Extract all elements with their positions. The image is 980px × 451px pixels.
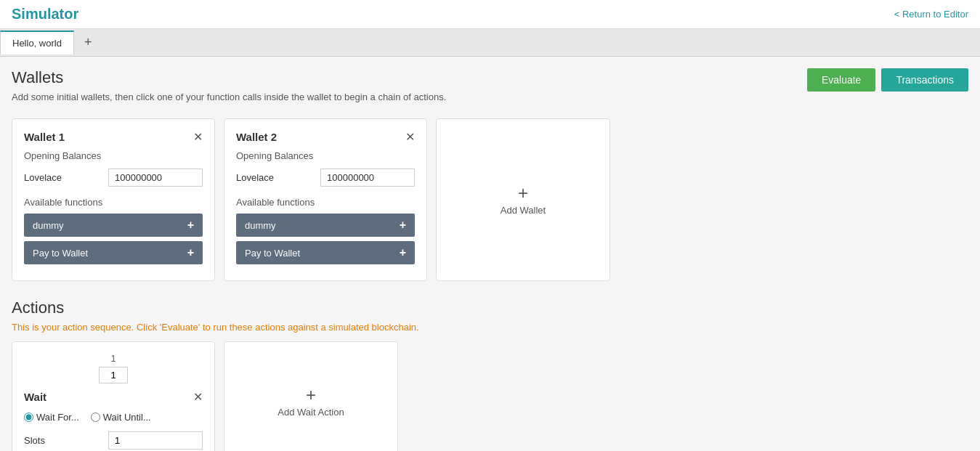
wallet-1-lovelace-input[interactable] xyxy=(108,168,203,187)
wait-card-close-button[interactable]: ✕ xyxy=(193,391,203,403)
wallet-1-title: Wallet 1 xyxy=(24,131,65,143)
wallets-title: Wallets xyxy=(12,68,446,87)
wallet-1-balance-row: Lovelace xyxy=(24,168,203,187)
return-to-editor-link[interactable]: < Return to Editor xyxy=(894,9,968,20)
wallet-2-dummy-plus-icon: + xyxy=(400,219,406,232)
actions-title: Actions xyxy=(12,298,968,317)
wallet-2-close-button[interactable]: ✕ xyxy=(405,131,415,143)
wallets-title-block: Wallets Add some initial wallets, then c… xyxy=(12,68,446,114)
top-actions: Evaluate Transactions xyxy=(807,68,968,92)
transactions-button[interactable]: Transactions xyxy=(881,68,968,92)
wallet-2-available-functions-label: Available functions xyxy=(236,197,415,208)
actions-row: 1 Wait ✕ Wait For... Wait Until... Slots xyxy=(12,341,968,451)
radio-wait-until[interactable] xyxy=(91,413,100,422)
wallets-row: Wallet 1 ✕ Opening Balances Lovelace Ava… xyxy=(12,118,968,281)
radio-wait-for[interactable] xyxy=(24,413,33,422)
wallet-card-1: Wallet 1 ✕ Opening Balances Lovelace Ava… xyxy=(12,118,215,281)
wallet-2-header: Wallet 2 ✕ xyxy=(236,131,415,143)
app-title: Simulator xyxy=(12,6,78,23)
wallet-1-opening-balances-label: Opening Balances xyxy=(24,150,203,161)
slots-input[interactable] xyxy=(108,431,203,450)
header: Simulator < Return to Editor xyxy=(0,0,980,29)
wallet-2-title: Wallet 2 xyxy=(236,131,277,143)
wallet-1-dummy-button[interactable]: dummy + xyxy=(24,214,203,237)
evaluate-button[interactable]: Evaluate xyxy=(807,68,875,92)
wallets-header-row: Wallets Add some initial wallets, then c… xyxy=(12,68,968,114)
add-wallet-card[interactable]: + Add Wallet xyxy=(436,118,610,281)
add-wait-plus-icon: + xyxy=(306,386,316,404)
wallet-card-2: Wallet 2 ✕ Opening Balances Lovelace Ava… xyxy=(224,118,427,281)
wallet-1-dummy-plus-icon: + xyxy=(187,219,194,232)
wait-card-title: Wait xyxy=(24,391,46,403)
add-wallet-label: Add Wallet xyxy=(501,205,546,216)
add-tab-button[interactable]: + xyxy=(76,29,101,56)
wallets-subtitle: Add some initial wallets, then click one… xyxy=(12,92,446,102)
wallet-1-pay-to-wallet-button[interactable]: Pay to Wallet + xyxy=(24,241,203,264)
wallet-2-lovelace-input[interactable] xyxy=(320,168,415,187)
slots-row: Slots xyxy=(24,431,203,450)
wallet-2-lovelace-label: Lovelace xyxy=(236,172,274,183)
add-wait-label: Add Wait Action xyxy=(278,407,344,418)
radio-wait-for-label[interactable]: Wait For... xyxy=(24,412,79,423)
wallet-2-pay-plus-icon: + xyxy=(400,246,406,259)
wallet-1-pay-plus-icon: + xyxy=(187,246,194,259)
wallet-2-pay-to-wallet-button[interactable]: Pay to Wallet + xyxy=(236,241,415,264)
tabs-bar: Hello, world + xyxy=(0,29,980,57)
slot-number-input[interactable] xyxy=(99,367,128,383)
wallet-2-balance-row: Lovelace xyxy=(236,168,415,187)
radio-wait-until-label[interactable]: Wait Until... xyxy=(91,412,151,423)
main-content: Wallets Add some initial wallets, then c… xyxy=(0,57,980,451)
add-wait-action-card[interactable]: + Add Wait Action xyxy=(224,341,398,451)
wait-card-header: Wait ✕ xyxy=(24,391,203,403)
add-wallet-plus-icon: + xyxy=(518,184,528,202)
wallet-2-dummy-button[interactable]: dummy + xyxy=(236,214,415,237)
actions-subtitle: This is your action sequence. Click 'Eva… xyxy=(12,322,968,333)
slot-number-label: 1 xyxy=(24,354,203,364)
wait-card: 1 Wait ✕ Wait For... Wait Until... Slots xyxy=(12,341,215,451)
slots-label: Slots xyxy=(24,435,45,446)
wallet-1-lovelace-label: Lovelace xyxy=(24,172,62,183)
wallet-1-available-functions-label: Available functions xyxy=(24,197,203,208)
wallet-1-header: Wallet 1 ✕ xyxy=(24,131,203,143)
wait-radio-group: Wait For... Wait Until... xyxy=(24,412,203,423)
wallet-1-close-button[interactable]: ✕ xyxy=(193,131,203,143)
wallet-2-opening-balances-label: Opening Balances xyxy=(236,150,415,161)
tab-hello-world[interactable]: Hello, world xyxy=(0,31,74,54)
